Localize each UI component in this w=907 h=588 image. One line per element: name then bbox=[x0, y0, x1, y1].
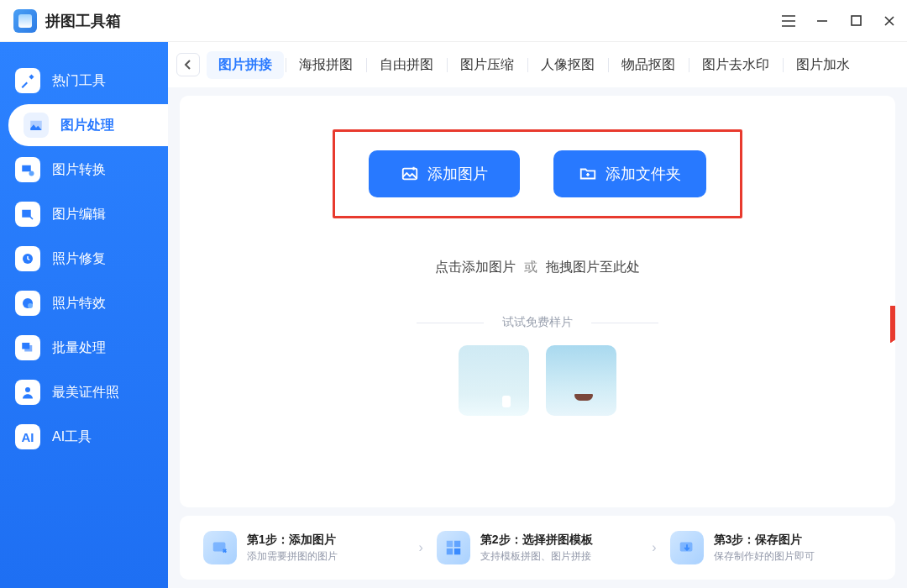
sidebar-item-photo-effect[interactable]: 照片特效 bbox=[0, 282, 168, 324]
chevron-right-icon: › bbox=[418, 540, 422, 555]
content-area: 添加图片 添加文件夹 点击添加图片 或 拖拽图片至此处 试试免费样片 bbox=[180, 96, 895, 507]
sidebar-item-id-photo[interactable]: 最美证件照 bbox=[0, 371, 168, 413]
step-add-icon bbox=[203, 531, 237, 564]
svg-point-4 bbox=[28, 303, 33, 308]
wrench-icon bbox=[15, 68, 40, 93]
svg-rect-8 bbox=[447, 541, 453, 547]
step-desc: 支持模板拼图、图片拼接 bbox=[480, 549, 593, 564]
sample-thumbnail[interactable] bbox=[546, 345, 616, 416]
menu-icon[interactable] bbox=[781, 13, 796, 29]
svg-rect-0 bbox=[852, 16, 861, 25]
step-1: 第1步：添加图片 添加需要拼图的图片 bbox=[203, 531, 405, 564]
steps-bar: 第1步：添加图片 添加需要拼图的图片 › 第2步：选择拼图模板 支持模板拼图、图… bbox=[180, 516, 895, 580]
tab-remove-watermark[interactable]: 图片去水印 bbox=[690, 51, 781, 79]
convert-icon bbox=[15, 157, 40, 182]
step-3: 第3步：保存图片 保存制作好的图片即可 bbox=[670, 531, 872, 564]
step-save-icon bbox=[670, 531, 704, 564]
tab-image-stitch[interactable]: 图片拼接 bbox=[207, 51, 284, 79]
svg-rect-9 bbox=[454, 541, 460, 547]
tab-compress[interactable]: 图片压缩 bbox=[448, 51, 526, 79]
step-title: 第1步：添加图片 bbox=[247, 533, 338, 548]
tab-free[interactable]: 自由拼图 bbox=[368, 51, 445, 79]
sidebar-item-hot-tools[interactable]: 热门工具 bbox=[0, 60, 168, 102]
edit-icon bbox=[15, 202, 40, 227]
sidebar-item-label: 批量处理 bbox=[52, 339, 106, 357]
person-icon bbox=[15, 380, 40, 405]
sidebar-item-label: 照片特效 bbox=[52, 295, 106, 312]
sidebar-item-batch[interactable]: 批量处理 bbox=[0, 327, 168, 369]
svg-rect-11 bbox=[454, 549, 460, 554]
button-label: 添加图片 bbox=[427, 164, 488, 184]
sidebar-item-label: 照片修复 bbox=[52, 250, 106, 268]
sidebar-item-ai-tools[interactable]: AI AI工具 bbox=[0, 416, 168, 458]
step-title: 第3步：保存图片 bbox=[714, 533, 815, 548]
app-title: 拼图工具箱 bbox=[45, 11, 121, 31]
sample-row bbox=[459, 345, 616, 416]
repair-icon bbox=[15, 246, 40, 271]
step-desc: 保存制作好的图片即可 bbox=[714, 549, 815, 564]
svg-rect-10 bbox=[447, 549, 453, 554]
step-title: 第2步：选择拼图模板 bbox=[480, 533, 593, 548]
highlight-box: 添加图片 添加文件夹 bbox=[333, 129, 742, 218]
sidebar-item-label: 热门工具 bbox=[52, 72, 106, 90]
tab-object-cutout[interactable]: 物品抠图 bbox=[610, 51, 687, 79]
sidebar-item-label: 图片编辑 bbox=[52, 206, 106, 223]
sidebar-item-photo-repair[interactable]: 照片修复 bbox=[0, 238, 168, 280]
chevron-right-icon: › bbox=[652, 540, 656, 555]
image-plus-icon bbox=[401, 165, 419, 183]
samples-label: 试试免费样片 bbox=[417, 315, 658, 330]
sidebar-item-label: 图片处理 bbox=[60, 117, 114, 134]
sidebar-item-label: 图片转换 bbox=[52, 161, 106, 179]
button-label: 添加文件夹 bbox=[606, 164, 681, 184]
sidebar: 热门工具 图片处理 图片转换 图片编辑 照片修复 照片特效 批量处理 最美证件 bbox=[0, 42, 168, 588]
svg-point-5 bbox=[25, 387, 30, 392]
ai-icon: AI bbox=[15, 424, 40, 449]
drop-hint: 点击添加图片 或 拖拽图片至此处 bbox=[435, 259, 641, 276]
batch-icon bbox=[15, 335, 40, 360]
sidebar-item-image-convert[interactable]: 图片转换 bbox=[0, 149, 168, 191]
annotation-arrow-icon bbox=[890, 306, 895, 499]
step-template-icon bbox=[437, 531, 470, 564]
effect-icon bbox=[15, 291, 40, 316]
sample-thumbnail[interactable] bbox=[459, 345, 529, 416]
svg-point-1 bbox=[29, 171, 34, 176]
step-2: 第2步：选择拼图模板 支持模板拼图、图片拼接 bbox=[437, 531, 638, 564]
app-logo-icon bbox=[13, 9, 37, 33]
tab-portrait-cutout[interactable]: 人像抠图 bbox=[529, 51, 606, 79]
add-folder-button[interactable]: 添加文件夹 bbox=[553, 150, 706, 197]
back-button[interactable] bbox=[176, 53, 200, 76]
folder-plus-icon bbox=[579, 165, 597, 183]
tab-poster[interactable]: 海报拼图 bbox=[287, 51, 364, 79]
step-desc: 添加需要拼图的图片 bbox=[247, 549, 338, 564]
sidebar-item-label: AI工具 bbox=[52, 428, 92, 446]
close-icon[interactable] bbox=[882, 13, 897, 29]
maximize-icon[interactable] bbox=[848, 13, 863, 29]
sidebar-item-image-edit[interactable]: 图片编辑 bbox=[0, 193, 168, 235]
tab-add-watermark[interactable]: 图片加水 bbox=[784, 51, 862, 79]
top-tabs: 图片拼接 海报拼图 自由拼图 图片压缩 人像抠图 物品抠图 图片去水印 图片加水 bbox=[168, 42, 907, 87]
add-image-button[interactable]: 添加图片 bbox=[369, 150, 520, 197]
sidebar-item-label: 最美证件照 bbox=[52, 384, 119, 402]
minimize-icon[interactable] bbox=[815, 13, 830, 29]
title-bar: 拼图工具箱 bbox=[0, 0, 907, 42]
image-icon bbox=[24, 113, 49, 138]
sidebar-item-image-process[interactable]: 图片处理 bbox=[8, 104, 168, 146]
window-controls bbox=[781, 13, 897, 29]
